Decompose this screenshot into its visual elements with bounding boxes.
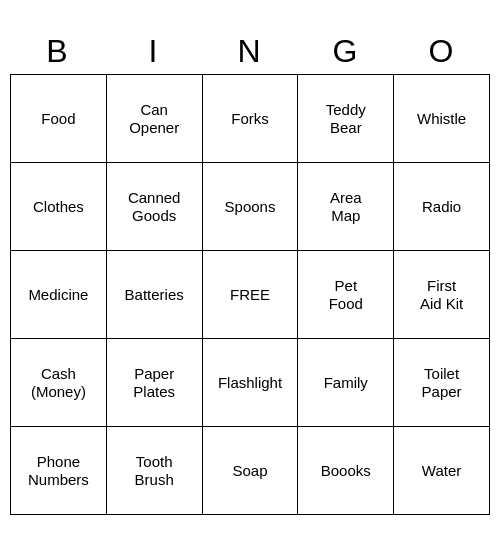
- bingo-cell: Family: [298, 339, 394, 427]
- bingo-cell: Water: [394, 427, 490, 515]
- bingo-cell: ToothBrush: [107, 427, 203, 515]
- header-letter: I: [106, 29, 202, 74]
- cell-label: Boooks: [321, 462, 371, 480]
- bingo-cell: CanOpener: [107, 75, 203, 163]
- bingo-cell: Flashlight: [203, 339, 299, 427]
- bingo-cell: CannedGoods: [107, 163, 203, 251]
- bingo-cell: Spoons: [203, 163, 299, 251]
- bingo-cell: Clothes: [11, 163, 107, 251]
- bingo-cell: Batteries: [107, 251, 203, 339]
- bingo-cell: Boooks: [298, 427, 394, 515]
- bingo-cell: PaperPlates: [107, 339, 203, 427]
- cell-label: Whistle: [417, 110, 466, 128]
- cell-label: Flashlight: [218, 374, 282, 392]
- bingo-cell: TeddyBear: [298, 75, 394, 163]
- bingo-cell: PetFood: [298, 251, 394, 339]
- cell-label: Forks: [231, 110, 269, 128]
- cell-label: CanOpener: [129, 101, 179, 137]
- cell-label: Medicine: [28, 286, 88, 304]
- bingo-cell: FirstAid Kit: [394, 251, 490, 339]
- bingo-cell: PhoneNumbers: [11, 427, 107, 515]
- header-letter: O: [394, 29, 490, 74]
- cell-label: TeddyBear: [326, 101, 366, 137]
- cell-label: Radio: [422, 198, 461, 216]
- cell-label: Water: [422, 462, 461, 480]
- bingo-cell: AreaMap: [298, 163, 394, 251]
- bingo-cell: ToiletPaper: [394, 339, 490, 427]
- cell-label: Spoons: [225, 198, 276, 216]
- cell-label: ToiletPaper: [422, 365, 462, 401]
- bingo-cell: Whistle: [394, 75, 490, 163]
- bingo-card: BINGO FoodCanOpenerForksTeddyBearWhistle…: [10, 29, 490, 515]
- bingo-cell: Radio: [394, 163, 490, 251]
- cell-label: Soap: [232, 462, 267, 480]
- header-letter: G: [298, 29, 394, 74]
- bingo-grid: FoodCanOpenerForksTeddyBearWhistleClothe…: [10, 74, 490, 515]
- cell-label: PhoneNumbers: [28, 453, 89, 489]
- bingo-cell: FREE: [203, 251, 299, 339]
- header-letter: N: [202, 29, 298, 74]
- cell-label: AreaMap: [330, 189, 362, 225]
- bingo-cell: Food: [11, 75, 107, 163]
- cell-label: ToothBrush: [135, 453, 174, 489]
- bingo-cell: Medicine: [11, 251, 107, 339]
- bingo-cell: Forks: [203, 75, 299, 163]
- bingo-header: BINGO: [10, 29, 490, 74]
- cell-label: Family: [324, 374, 368, 392]
- cell-label: FREE: [230, 286, 270, 304]
- cell-label: Clothes: [33, 198, 84, 216]
- cell-label: PetFood: [329, 277, 363, 313]
- header-letter: B: [10, 29, 106, 74]
- cell-label: CannedGoods: [128, 189, 181, 225]
- cell-label: PaperPlates: [133, 365, 175, 401]
- bingo-cell: Soap: [203, 427, 299, 515]
- cell-label: Food: [41, 110, 75, 128]
- bingo-cell: Cash(Money): [11, 339, 107, 427]
- cell-label: Cash(Money): [31, 365, 86, 401]
- cell-label: Batteries: [125, 286, 184, 304]
- cell-label: FirstAid Kit: [420, 277, 463, 313]
